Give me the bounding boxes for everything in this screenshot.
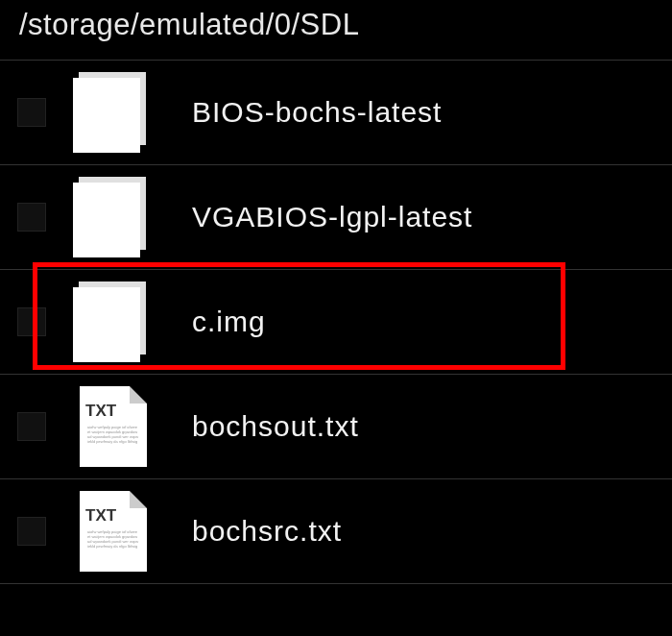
file-icon: [73, 177, 154, 257]
path-bar[interactable]: /storage/emulated/0/SDL: [0, 0, 672, 60]
file-row[interactable]: TXT aiofw wefpaly paige iof afweeet waii…: [0, 479, 672, 584]
checkbox[interactable]: [17, 517, 46, 546]
txt-file-icon: TXT aiofw wefpaly paige iof afweeet waii…: [73, 386, 154, 467]
txt-file-icon: TXT aiofw wefpaly paige iof afweeet waii…: [73, 491, 154, 572]
txt-badge: TXT: [85, 402, 116, 421]
checkbox[interactable]: [17, 412, 46, 441]
txt-badge: TXT: [85, 506, 116, 526]
file-row[interactable]: VGABIOS-lgpl-latest: [0, 165, 672, 270]
file-icon: [73, 72, 154, 153]
file-name: bochsrc.txt: [192, 515, 342, 548]
file-row[interactable]: BIOS-bochs-latest: [0, 61, 672, 165]
file-name: VGABIOS-lgpl-latest: [192, 201, 472, 233]
checkbox[interactable]: [17, 307, 46, 336]
file-name: bochsout.txt: [192, 410, 359, 443]
file-row[interactable]: c.img: [0, 270, 672, 375]
file-name: BIOS-bochs-latest: [192, 96, 442, 129]
checkbox[interactable]: [17, 98, 46, 127]
file-name: c.img: [192, 306, 266, 338]
file-icon: [73, 281, 154, 362]
file-row[interactable]: TXT aiofw wefpaly paige iof afweeet waii…: [0, 375, 672, 479]
checkbox[interactable]: [17, 203, 46, 232]
file-list: BIOS-bochs-latest VGABIOS-lgpl-latest c.…: [0, 60, 672, 584]
